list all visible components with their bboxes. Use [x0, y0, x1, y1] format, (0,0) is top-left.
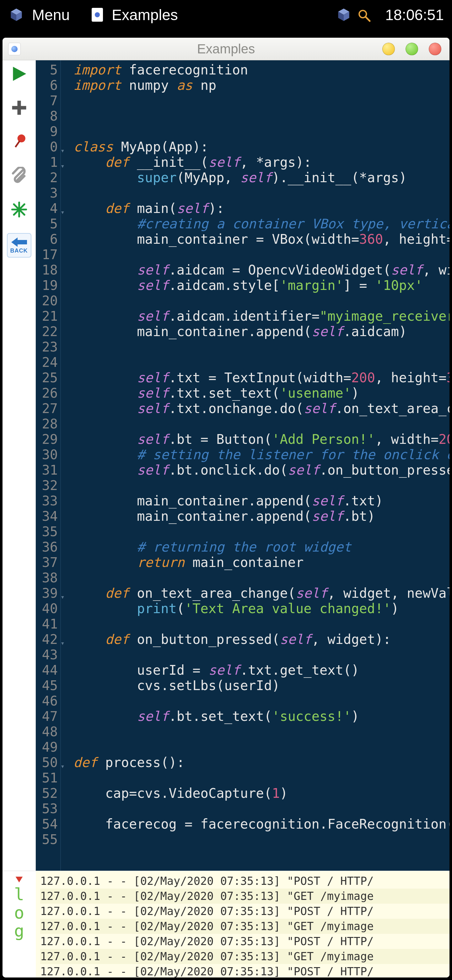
line-number[interactable]: 2 — [36, 170, 58, 185]
line-gutter[interactable]: 5678901234561718192021222324252627282930… — [36, 60, 61, 871]
code-content[interactable]: import facerecognitionimport numpy as np… — [68, 60, 449, 871]
code-line[interactable] — [73, 647, 449, 662]
code-line[interactable]: cvs.setLbs(userId) — [73, 678, 449, 693]
line-number[interactable]: 38 — [36, 570, 58, 585]
code-line[interactable]: def on_button_pressed(self, widget): — [73, 632, 449, 647]
document-icon[interactable] — [92, 8, 103, 22]
cube-icon[interactable] — [10, 8, 23, 22]
line-number[interactable]: 42 — [36, 632, 58, 647]
line-number[interactable]: 52 — [36, 786, 58, 801]
code-line[interactable] — [73, 124, 449, 139]
line-number[interactable]: 9 — [36, 124, 58, 139]
attachment-icon[interactable] — [9, 165, 30, 186]
line-number[interactable]: 6 — [36, 78, 58, 93]
code-line[interactable] — [73, 616, 449, 632]
line-number[interactable]: 4 — [36, 201, 58, 216]
line-number[interactable]: 40 — [36, 601, 58, 616]
code-line[interactable]: main_container.append(self.bt) — [73, 509, 449, 524]
code-line[interactable] — [73, 770, 449, 786]
code-line[interactable]: #creating a container VBox type, vertica — [73, 216, 449, 231]
code-line[interactable]: main_container = VBox(width=360, height= — [73, 231, 449, 247]
line-number[interactable]: 17 — [36, 247, 58, 262]
code-line[interactable] — [73, 570, 449, 585]
code-line[interactable]: # setting the listener for the onclick e — [73, 447, 449, 462]
menu-button[interactable]: Menu — [32, 6, 70, 24]
maximize-button[interactable] — [406, 43, 418, 55]
line-number[interactable]: 0 — [36, 139, 58, 154]
pin-icon[interactable] — [9, 131, 30, 152]
code-line[interactable]: self.txt = TextInput(width=200, height=3 — [73, 370, 449, 385]
line-number[interactable]: 37 — [36, 555, 58, 570]
line-number[interactable]: 41 — [36, 616, 58, 632]
line-number[interactable]: 30 — [36, 447, 58, 462]
tab-title[interactable]: Examples — [112, 6, 178, 24]
line-number[interactable]: 8 — [36, 108, 58, 124]
line-number[interactable]: 34 — [36, 509, 58, 524]
code-line[interactable]: def on_text_area_change(self, widget, ne… — [73, 585, 449, 601]
code-line[interactable]: userId = self.txt.get_text() — [73, 662, 449, 678]
run-button[interactable] — [9, 64, 30, 84]
code-line[interactable] — [73, 93, 449, 108]
code-line[interactable] — [73, 416, 449, 431]
code-line[interactable]: import numpy as np — [73, 78, 449, 93]
line-number[interactable]: 44 — [36, 662, 58, 678]
code-line[interactable]: self.txt.set_text('usename') — [73, 385, 449, 401]
line-number[interactable]: 26 — [36, 385, 58, 401]
line-number[interactable]: 39 — [36, 585, 58, 601]
code-line[interactable]: cap=cvs.VideoCapture(1) — [73, 786, 449, 801]
code-line[interactable]: self.txt.onchange.do(self.on_text_area_c — [73, 401, 449, 416]
line-number[interactable]: 36 — [36, 539, 58, 555]
line-number[interactable]: 35 — [36, 524, 58, 539]
line-number[interactable]: 50 — [36, 755, 58, 770]
line-number[interactable]: 51 — [36, 770, 58, 786]
code-line[interactable] — [73, 478, 449, 493]
line-number[interactable]: 5 — [36, 216, 58, 231]
code-line[interactable] — [73, 740, 449, 755]
code-line[interactable] — [73, 724, 449, 740]
code-line[interactable]: print('Text Area value changed!') — [73, 601, 449, 616]
code-line[interactable]: facerecog = facerecognition.FaceRecognit… — [73, 816, 449, 832]
code-line[interactable]: self.bt = Button('Add Person!', width=20 — [73, 431, 449, 447]
code-line[interactable]: return main_container — [73, 555, 449, 570]
code-line[interactable]: main_container.append(self.txt) — [73, 493, 449, 509]
line-number[interactable]: 20 — [36, 293, 58, 309]
code-line[interactable]: self.aidcam.identifier="myimage_receiver — [73, 309, 449, 324]
line-number[interactable]: 27 — [36, 401, 58, 416]
line-number[interactable]: 22 — [36, 324, 58, 339]
code-line[interactable] — [73, 339, 449, 355]
code-line[interactable] — [73, 801, 449, 816]
search-icon[interactable] — [357, 8, 371, 21]
line-number[interactable]: 7 — [36, 93, 58, 108]
line-number[interactable]: 43 — [36, 647, 58, 662]
line-number[interactable]: 18 — [36, 262, 58, 278]
line-number[interactable]: 33 — [36, 493, 58, 509]
code-line[interactable] — [73, 185, 449, 201]
line-number[interactable]: 23 — [36, 339, 58, 355]
close-button[interactable] — [429, 43, 441, 55]
code-line[interactable] — [73, 247, 449, 262]
line-number[interactable]: 28 — [36, 416, 58, 431]
line-number[interactable]: 32 — [36, 478, 58, 493]
window-titlebar[interactable]: Examples — [3, 38, 449, 60]
add-button[interactable] — [9, 97, 30, 118]
code-line[interactable]: def process(): — [73, 755, 449, 770]
code-line[interactable]: class MyApp(App): — [73, 139, 449, 154]
back-button[interactable]: BACK — [7, 233, 32, 258]
code-line[interactable]: super(MyApp, self).__init__(*args) — [73, 170, 449, 185]
line-number[interactable]: 3 — [36, 185, 58, 201]
code-line[interactable]: import facerecognition — [73, 62, 449, 78]
minimize-button[interactable] — [382, 43, 395, 55]
line-number[interactable]: 6 — [36, 231, 58, 247]
cube-icon[interactable] — [337, 8, 350, 22]
line-number[interactable]: 46 — [36, 693, 58, 709]
code-line[interactable] — [73, 693, 449, 709]
code-line[interactable]: self.bt.set_text('success!') — [73, 709, 449, 724]
line-number[interactable]: 24 — [36, 355, 58, 370]
line-number[interactable]: 45 — [36, 678, 58, 693]
code-line[interactable]: # returning the root widget — [73, 539, 449, 555]
line-number[interactable]: 48 — [36, 724, 58, 740]
line-number[interactable]: 19 — [36, 278, 58, 293]
line-number[interactable]: 49 — [36, 740, 58, 755]
log-tab[interactable]: ▼ l o g — [3, 871, 36, 977]
line-number[interactable]: 53 — [36, 801, 58, 816]
